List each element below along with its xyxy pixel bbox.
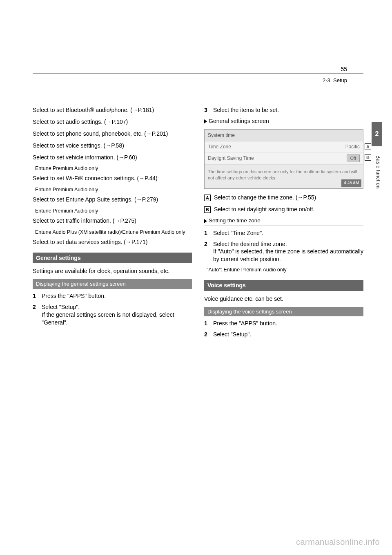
callout-a-text: Select to change the time zone. (→P.55)	[214, 194, 316, 201]
voice-step-1: 1 Press the "APPS" button.	[204, 320, 363, 327]
step-number: 2	[204, 331, 210, 338]
general-display-subhead: Displaying the general settings screen	[33, 279, 192, 289]
callout-b-text: Select to set daylight saving time on/of…	[214, 206, 314, 213]
tz-step-2: 2 Select the desired time zone. If "Auto…	[204, 240, 363, 264]
step-text: Select the desired time zone. If "Auto" …	[213, 240, 363, 264]
step-text: Press the "APPS" button.	[42, 292, 192, 300]
general-settings-desc: Settings are available for clock, operat…	[33, 267, 192, 275]
tz-auto-note: "Auto": Entune Premium Audio only	[207, 266, 363, 273]
fig-title: System time	[205, 130, 363, 141]
header-rule	[33, 74, 363, 74]
bluetooth-desc: Select to set Bluetooth® audio/phone. (→…	[33, 106, 192, 114]
left-column: Select to set Bluetooth® audio/phone. (→…	[33, 106, 192, 342]
tz-extra: If "Auto" is selected, the time zone is …	[213, 248, 363, 262]
traffic-note: Entune Premium Audio only	[35, 208, 192, 215]
fig-timezone-value: Pacific	[345, 143, 360, 150]
wifi-note: Entune Premium Audio only	[35, 165, 192, 172]
setting-timezone-subhead: Setting the time zone	[204, 217, 363, 226]
watermark: carmanualsonline.info	[296, 537, 380, 548]
chapter-tab: 2	[372, 122, 382, 146]
step-number: 1	[204, 320, 210, 327]
datasvc-desc: Select to set data services settings. (→…	[33, 238, 192, 246]
step-text: Press the "APPS" button.	[213, 320, 363, 327]
chapter-vertical-label: Basic function	[375, 155, 381, 189]
fig-timezone-label: Time Zone	[208, 143, 231, 150]
callout-b-desc: B Select to set daylight saving time on/…	[204, 206, 363, 213]
system-time-screenshot: System time Time Zone Pacific Daylight S…	[204, 129, 363, 189]
step-text: Select "Setup". If the general settings …	[42, 303, 192, 327]
audio-desc: Select to set audio settings. (→P.107)	[33, 118, 192, 126]
general-screen-subhead: General settings screen	[204, 117, 363, 125]
tz-step-1: 1 Select "Time Zone".	[204, 229, 363, 237]
page-number: 55	[341, 65, 347, 73]
step-number: 3	[204, 106, 210, 114]
section-path: 2-3. Setup	[323, 77, 347, 84]
datasvc-note: Entune Audio Plus (XM satellite radio)/E…	[35, 229, 192, 236]
fig-clock: 4:45 AM	[341, 179, 361, 187]
fig-dst-value: Off	[347, 154, 360, 162]
fig-note: The time settings on this screen are onl…	[205, 165, 363, 188]
step-text: Select "Setup".	[213, 331, 363, 338]
voice-settings-heading: Voice settings	[204, 280, 363, 291]
step-number: 2	[33, 303, 38, 327]
step-number: 1	[33, 292, 38, 300]
callout-a-box: A	[365, 143, 371, 150]
fig-timezone-row: Time Zone Pacific	[205, 141, 363, 152]
voice-display-subhead: Displaying the voice settings screen	[204, 307, 363, 317]
voice-desc: Select to set voice settings. (→P.58)	[33, 142, 192, 150]
tz-step2-text: Select the desired time zone.	[213, 241, 287, 247]
step-number: 2	[204, 240, 210, 264]
general-settings-heading: General settings	[33, 253, 192, 264]
phone-desc: Select to set phone sound, phonebook, et…	[33, 130, 192, 138]
step-text: Select the items to be set.	[213, 106, 363, 114]
fig-dst-label: Daylight Saving Time	[208, 155, 254, 161]
step-text: Select "Time Zone".	[213, 229, 363, 237]
step-2a: Select "Setup".	[42, 304, 80, 310]
traffic-desc: Select to set traffic information. (→P.2…	[33, 217, 192, 225]
callout-b-box: B	[365, 154, 371, 161]
step-2b: If the general settings screen is not di…	[42, 311, 174, 326]
apps-note: Entune Premium Audio only	[35, 186, 192, 193]
fig-dst-row: Daylight Saving Time Off	[205, 152, 363, 165]
letter-b-icon: B	[204, 206, 211, 213]
gen-step-3: 3 Select the items to be set.	[204, 106, 363, 114]
callout-a-desc: A Select to change the time zone. (→P.55…	[204, 194, 363, 201]
apps-desc: Select to set Entune App Suite settings.…	[33, 196, 192, 204]
letter-a-icon: A	[204, 195, 211, 201]
wifi-desc: Select to set Wi-Fi® connection settings…	[33, 175, 192, 182]
voice-settings-desc: Voice guidance etc. can be set.	[204, 295, 363, 303]
voice-step-2: 2 Select "Setup".	[204, 331, 363, 338]
vehicle-desc: Select to set vehicle information. (→P.6…	[33, 154, 192, 161]
step-number: 1	[204, 229, 210, 237]
gen-step-2: 2 Select "Setup". If the general setting…	[33, 303, 192, 327]
right-column: 3 Select the items to be set. General se…	[204, 106, 363, 342]
gen-step-1: 1 Press the "APPS" button.	[33, 292, 192, 300]
